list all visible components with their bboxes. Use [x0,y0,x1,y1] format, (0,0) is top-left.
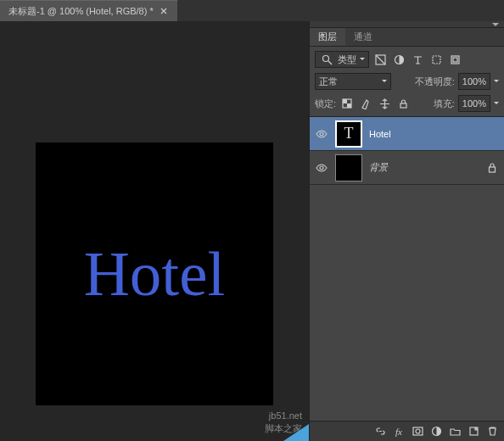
filter-shape-icon[interactable] [428,52,444,67]
layer-name[interactable]: Hotel [369,129,479,139]
panel-tabs: 图层 通道 [310,28,504,47]
lock-pixels-icon[interactable] [358,96,373,111]
layer-thumbnail [335,154,362,181]
layers-list: T Hotel 背景 [310,116,504,421]
svg-rect-3 [433,56,440,64]
chevron-down-icon[interactable] [494,101,499,106]
tab-layers[interactable]: 图层 [310,28,345,46]
visibility-toggle-icon[interactable] [315,161,328,175]
lock-transparency-icon[interactable] [339,96,355,111]
canvas-text-layer: Hotel [84,237,226,310]
svg-rect-6 [343,99,347,103]
svg-rect-13 [413,427,423,435]
layer-thumbnail-type-icon: T [335,120,362,148]
layer-row[interactable]: 背景 [310,151,504,185]
panel-menu-icon[interactable] [310,21,504,28]
fill-label: 填充: [434,98,455,110]
layer-row[interactable]: T Hotel [310,117,504,151]
svg-point-0 [322,55,328,61]
svg-rect-5 [453,58,457,62]
layer-mask-icon[interactable] [409,423,426,440]
opacity-input[interactable]: 100% [458,73,490,90]
svg-rect-7 [347,103,351,108]
fold-corner [283,424,309,441]
link-layers-icon[interactable] [372,423,389,440]
lock-icon [485,163,499,173]
svg-rect-12 [490,167,496,172]
lock-all-icon[interactable] [395,96,411,111]
search-icon [319,52,334,67]
canvas-area: Hotel jb51.net 脚本之家 [0,21,309,441]
lock-position-icon[interactable] [377,96,392,111]
document-tab-title: 未标题-1 @ 100% (Hotel, RGB/8) * [8,5,154,18]
opacity-label: 不透明度: [415,75,455,88]
svg-rect-4 [451,56,459,64]
filter-adjustment-icon[interactable] [391,52,406,67]
filter-pixel-icon[interactable] [372,52,388,67]
filter-smartobject-icon[interactable] [447,52,462,67]
blend-mode-value: 正常 [319,75,338,88]
lock-label: 锁定: [315,98,336,110]
fill-input[interactable]: 100% [458,95,490,112]
filter-label: 类型 [338,53,356,66]
chevron-down-icon [360,57,365,62]
close-tab-icon[interactable] [159,6,169,16]
chevron-down-icon [382,79,387,84]
tab-channels[interactable]: 通道 [345,28,381,46]
visibility-toggle-icon[interactable] [315,127,328,141]
layer-style-icon[interactable]: fx [390,423,407,440]
filter-type-icon[interactable] [410,52,425,67]
new-layer-icon[interactable] [465,423,482,440]
adjustment-layer-icon[interactable] [428,423,445,440]
chevron-down-icon[interactable] [494,79,499,84]
document-tab[interactable]: 未标题-1 @ 100% (Hotel, RGB/8) * [0,0,177,21]
document-tab-bar: 未标题-1 @ 100% (Hotel, RGB/8) * [0,0,504,21]
layer-filter-dropdown[interactable]: 类型 [315,51,369,68]
group-icon[interactable] [446,423,463,440]
layer-name[interactable]: 背景 [369,161,479,174]
blend-mode-dropdown[interactable]: 正常 [315,73,391,90]
layers-panel-footer: fx [310,421,504,441]
svg-point-10 [320,132,323,136]
delete-layer-icon[interactable] [484,423,501,440]
svg-rect-9 [400,103,406,108]
svg-point-14 [416,429,420,433]
canvas[interactable]: Hotel [36,142,273,405]
svg-point-11 [320,166,323,170]
